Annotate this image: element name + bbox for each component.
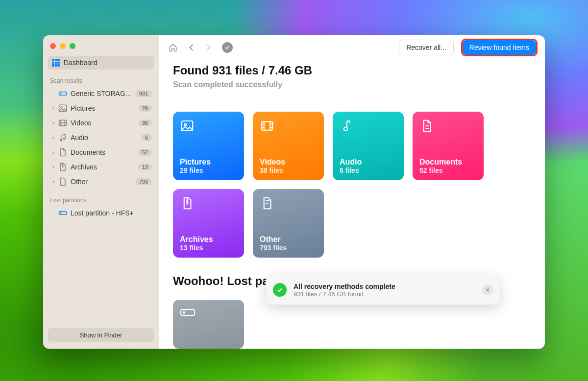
video-icon bbox=[260, 119, 317, 135]
category-cards: Pictures 29 files Videos 38 files Audio … bbox=[173, 112, 531, 258]
document-icon bbox=[419, 119, 477, 135]
success-check-icon bbox=[273, 283, 287, 297]
sidebar-item-label: Other bbox=[71, 178, 135, 186]
home-button[interactable] bbox=[168, 43, 178, 52]
svg-point-12 bbox=[344, 127, 348, 131]
svg-rect-9 bbox=[182, 121, 193, 131]
count-badge: 38 bbox=[138, 119, 152, 126]
toolbar: Recover all... Review found items bbox=[159, 35, 545, 60]
main-panel: Recover all... Review found items Found … bbox=[159, 35, 545, 349]
card-subtitle: 29 files bbox=[180, 167, 237, 174]
sidebar-item-dashboard[interactable]: Dashboard bbox=[48, 56, 154, 70]
window-controls bbox=[43, 40, 159, 56]
close-icon bbox=[485, 287, 490, 292]
card-title: Pictures bbox=[180, 158, 237, 167]
card-archives[interactable]: Archives 13 files bbox=[173, 189, 244, 258]
card-subtitle: 6 files bbox=[340, 167, 397, 174]
chevron-right-icon: › bbox=[50, 164, 57, 170]
svg-rect-2 bbox=[59, 105, 67, 111]
audio-icon bbox=[58, 133, 68, 143]
chevron-left-icon bbox=[187, 43, 196, 52]
toast-subtitle: 931 files / 7.46 GB found bbox=[294, 290, 395, 298]
card-lost-partition[interactable] bbox=[173, 300, 244, 349]
sidebar-item-lost-partition[interactable]: Lost partition - HFS+ bbox=[43, 206, 159, 220]
minimize-window-button[interactable] bbox=[60, 43, 66, 49]
sidebar-section-scan-results: Scan results bbox=[43, 70, 159, 86]
review-found-items-button[interactable]: Review found items bbox=[463, 40, 536, 55]
sidebar-item-label: Lost partition - HFS+ bbox=[71, 209, 152, 217]
app-window: Dashboard Scan results Generic STORAG...… bbox=[43, 35, 545, 349]
content-area: Found 931 files / 7.46 GB Scan completed… bbox=[159, 60, 545, 349]
desktop-background: Dashboard Scan results Generic STORAG...… bbox=[0, 0, 588, 381]
card-other[interactable]: Other 793 files bbox=[253, 189, 324, 258]
svg-point-5 bbox=[60, 139, 62, 141]
disk-icon bbox=[58, 89, 68, 98]
sidebar-item-label: Audio bbox=[71, 134, 141, 142]
video-icon bbox=[58, 118, 68, 128]
sidebar-item-pictures[interactable]: › Pictures 29 bbox=[43, 101, 159, 116]
chevron-right-icon: › bbox=[50, 134, 57, 141]
card-subtitle: 38 files bbox=[260, 167, 317, 174]
results-headline: Found 931 files / 7.46 GB bbox=[173, 64, 531, 77]
sidebar-item-audio[interactable]: › Audio 6 bbox=[43, 130, 159, 145]
chevron-right-icon: › bbox=[50, 149, 57, 156]
chevron-right-icon: › bbox=[50, 178, 57, 185]
svg-point-14 bbox=[183, 312, 185, 313]
svg-point-8 bbox=[60, 213, 61, 214]
count-badge: 52 bbox=[138, 149, 152, 156]
toast-close-button[interactable] bbox=[482, 285, 493, 295]
back-button[interactable] bbox=[187, 43, 196, 52]
file-icon bbox=[260, 196, 317, 213]
chevron-right-icon bbox=[203, 43, 213, 52]
show-in-finder-button[interactable]: Show in Finder bbox=[48, 328, 154, 342]
sidebar-item-documents[interactable]: › Documents 52 bbox=[43, 145, 159, 160]
count-badge: 793 bbox=[135, 178, 152, 185]
home-icon bbox=[168, 43, 178, 52]
maximize-window-button[interactable] bbox=[70, 43, 75, 49]
results-subheadline: Scan completed successfully bbox=[173, 80, 531, 89]
forward-button[interactable] bbox=[203, 43, 213, 52]
sidebar-item-archives[interactable]: › Archives 13 bbox=[43, 160, 159, 174]
archive-icon bbox=[58, 162, 68, 172]
file-icon bbox=[58, 177, 68, 187]
card-title: Archives bbox=[180, 235, 237, 244]
card-title: Videos bbox=[260, 158, 317, 167]
svg-point-6 bbox=[64, 138, 65, 140]
archive-icon bbox=[180, 196, 237, 213]
recover-all-button[interactable]: Recover all... bbox=[399, 40, 454, 55]
picture-icon bbox=[58, 103, 68, 113]
audio-icon bbox=[340, 119, 397, 135]
sidebar-item-label: Pictures bbox=[71, 104, 138, 112]
toast-text: All recovery methods complete 931 files … bbox=[294, 283, 395, 298]
sidebar-item-label: Documents bbox=[71, 148, 138, 156]
card-videos[interactable]: Videos 38 files bbox=[253, 112, 324, 180]
svg-point-1 bbox=[60, 93, 61, 94]
toast-title: All recovery methods complete bbox=[294, 283, 395, 290]
count-badge: 13 bbox=[138, 164, 152, 170]
sidebar-item-label: Generic STORAG... bbox=[71, 90, 135, 97]
dashboard-label: Dashboard bbox=[64, 59, 98, 67]
sidebar-item-other[interactable]: › Other 793 bbox=[43, 174, 159, 189]
completion-toast: All recovery methods complete 931 files … bbox=[266, 275, 500, 305]
sidebar-item-storage[interactable]: Generic STORAG... 931 bbox=[43, 86, 159, 101]
sidebar-item-label: Videos bbox=[71, 119, 138, 127]
chevron-right-icon: › bbox=[50, 119, 57, 126]
svg-point-10 bbox=[184, 124, 186, 126]
card-subtitle: 793 files bbox=[260, 244, 317, 252]
sidebar-item-videos[interactable]: › Videos 38 bbox=[43, 116, 159, 130]
card-audio[interactable]: Audio 6 files bbox=[333, 112, 404, 180]
card-title: Other bbox=[260, 235, 317, 244]
dashboard-grid-icon bbox=[52, 59, 60, 67]
count-badge: 6 bbox=[141, 134, 152, 141]
card-subtitle: 52 files bbox=[419, 167, 477, 174]
count-badge: 29 bbox=[138, 105, 152, 112]
document-icon bbox=[58, 147, 68, 157]
disk-icon bbox=[180, 307, 196, 320]
scan-complete-indicator[interactable] bbox=[222, 42, 233, 53]
card-documents[interactable]: Documents 52 files bbox=[413, 112, 484, 180]
card-subtitle: 13 files bbox=[180, 244, 237, 252]
check-icon bbox=[224, 45, 230, 50]
svg-point-3 bbox=[61, 107, 62, 108]
card-pictures[interactable]: Pictures 29 files bbox=[173, 112, 244, 180]
close-window-button[interactable] bbox=[50, 43, 56, 49]
